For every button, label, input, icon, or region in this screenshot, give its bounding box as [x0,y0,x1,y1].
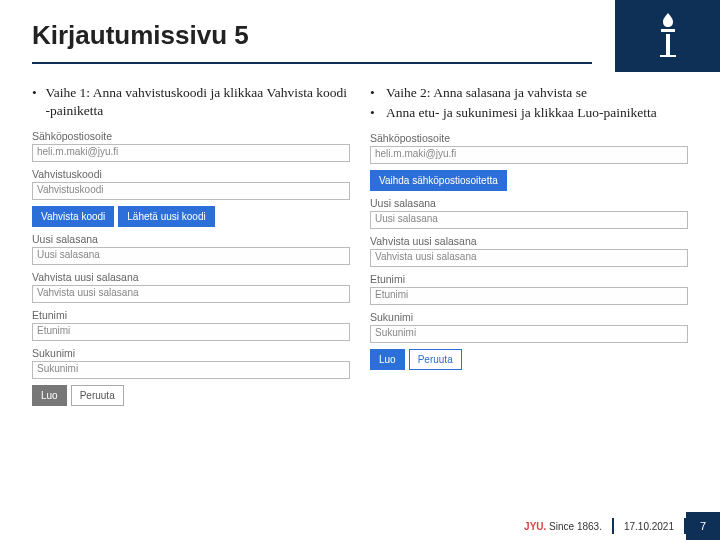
code-label: Vahvistuskoodi [32,168,350,180]
right-column: • Vaihe 2: Anna salasana ja vahvista se … [370,84,688,412]
bullet-dot: • [32,84,45,120]
email-field[interactable]: heli.m.maki@jyu.fi [370,146,688,164]
title-rule [32,62,592,64]
email-label: Sähköpostiosoite [32,130,350,142]
newpw-label: Uusi salasana [32,233,350,245]
brand-corner [615,0,720,72]
email-field[interactable]: heli.m.maki@jyu.fi [32,144,350,162]
confpw-field[interactable]: Vahvista uusi salasana [370,249,688,267]
footer-tag: JYU. Since 1863. [514,521,612,532]
page-title: Kirjautumissivu 5 [32,20,249,51]
left-column: • Vaihe 1: Anna vahvistuskoodi ja klikka… [32,84,350,412]
cancel-button[interactable]: Peruuta [71,385,124,406]
right-form: Sähköpostiosoite heli.m.maki@jyu.fi Vaih… [370,132,688,370]
first-field[interactable]: Etunimi [32,323,350,341]
bullet-text: Vaihe 2: Anna salasana ja vahvista se [386,84,587,102]
last-label: Sukunimi [370,311,688,323]
confpw-label: Vahvista uusi salasana [370,235,688,247]
confpw-field[interactable]: Vahvista uusi salasana [32,285,350,303]
last-field[interactable]: Sukunimi [32,361,350,379]
code-field[interactable]: Vahvistuskoodi [32,182,350,200]
left-bullets: • Vaihe 1: Anna vahvistuskoodi ja klikka… [32,84,350,120]
footer: JYU. Since 1863. 17.10.2021 7 [0,512,720,540]
bullet-item: • Vaihe 2: Anna salasana ja vahvista se [370,84,688,102]
bullet-dot: • [370,84,386,102]
bullet-text: Anna etu- ja sukunimesi ja klikkaa Luo-p… [386,104,657,122]
footer-jyu: JYU. [524,521,546,532]
first-label: Etunimi [370,273,688,285]
newpw-field[interactable]: Uusi salasana [32,247,350,265]
email-label: Sähköpostiosoite [370,132,688,144]
footer-since: Since 1863. [549,521,602,532]
content: • Vaihe 1: Anna vahvistuskoodi ja klikka… [32,84,688,412]
left-form: Sähköpostiosoite heli.m.maki@jyu.fi Vahv… [32,130,350,406]
first-label: Etunimi [32,309,350,321]
bullet-item: • Anna etu- ja sukunimesi ja klikkaa Luo… [370,104,688,122]
last-field[interactable]: Sukunimi [370,325,688,343]
first-field[interactable]: Etunimi [370,287,688,305]
footer-page: 7 [686,512,720,540]
newpw-field[interactable]: Uusi salasana [370,211,688,229]
torch-icon [654,11,682,61]
confirm-code-button[interactable]: Vahvista koodi [32,206,114,227]
create-button[interactable]: Luo [32,385,67,406]
confpw-label: Vahvista uusi salasana [32,271,350,283]
right-bullets: • Vaihe 2: Anna salasana ja vahvista se … [370,84,688,122]
footer-date: 17.10.2021 [614,521,684,532]
bullet-item: • Vaihe 1: Anna vahvistuskoodi ja klikka… [32,84,350,120]
bullet-dot: • [370,104,386,122]
last-label: Sukunimi [32,347,350,359]
create-button[interactable]: Luo [370,349,405,370]
resend-code-button[interactable]: Lähetä uusi koodi [118,206,214,227]
bullet-text: Vaihe 1: Anna vahvistuskoodi ja klikkaa … [45,84,350,120]
cancel-button[interactable]: Peruuta [409,349,462,370]
newpw-label: Uusi salasana [370,197,688,209]
change-email-button[interactable]: Vaihda sähköpostiosoitetta [370,170,507,191]
